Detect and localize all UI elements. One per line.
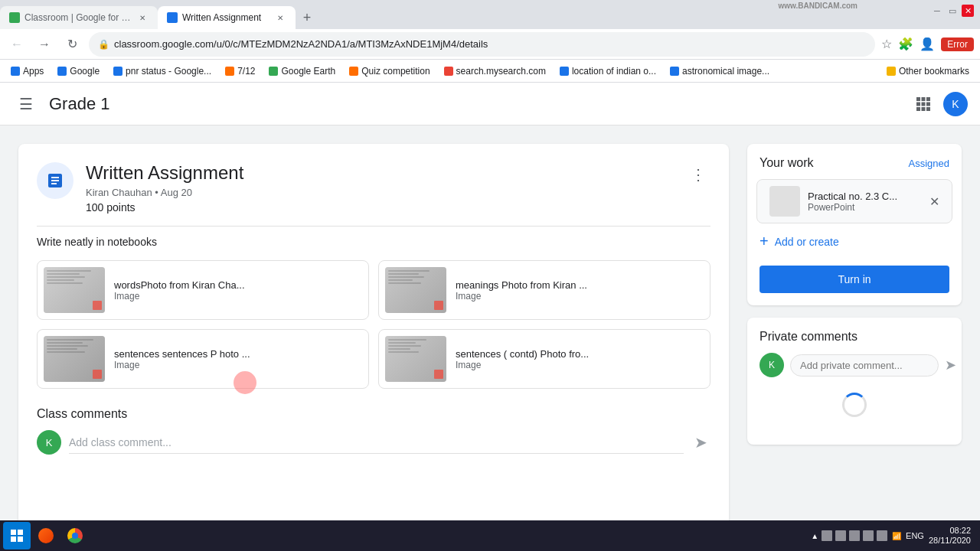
bookmark-google-label: Google bbox=[70, 66, 100, 77]
error-label: Error bbox=[947, 39, 968, 50]
work-attachment-close-button[interactable]: ✕ bbox=[929, 194, 939, 209]
bookmark-location[interactable]: location of indian o... bbox=[555, 64, 661, 78]
bookmark-other[interactable]: Other bookmarks bbox=[882, 64, 974, 78]
svg-rect-4 bbox=[922, 102, 926, 106]
svg-rect-5 bbox=[926, 102, 930, 106]
taskbar: ▲ 📶 ENG 08:22 28/11/2020 bbox=[0, 520, 980, 551]
assignment-icon bbox=[37, 162, 74, 199]
bookmark-pnr[interactable]: pnr status - Google... bbox=[109, 64, 216, 78]
bookmark-712-label: 7/12 bbox=[237, 66, 255, 77]
work-attachment-thumb bbox=[769, 186, 800, 217]
thumb-corner-icon-2 bbox=[93, 370, 102, 379]
bookmark-mysearch-label: search.mysearch.com bbox=[456, 66, 546, 77]
bookmark-mysearch[interactable]: search.mysearch.com bbox=[439, 64, 550, 78]
class-comment-send-button[interactable]: ➤ bbox=[691, 430, 710, 455]
tab-1-close[interactable]: ✕ bbox=[136, 11, 149, 24]
svg-rect-11 bbox=[11, 536, 16, 542]
your-work-panel: Your work Assigned Practical no. 2.3 C..… bbox=[747, 144, 962, 533]
firefox-taskbar-button[interactable] bbox=[32, 522, 60, 549]
private-comments-card: Private comments K ➤ bbox=[747, 318, 962, 445]
bookmark-quiz-label: Quiz competition bbox=[361, 66, 430, 77]
attachment-thumb-1 bbox=[385, 267, 446, 313]
private-comment-send-button[interactable]: ➤ bbox=[945, 357, 956, 373]
bookmark-earth-label: Google Earth bbox=[281, 66, 335, 77]
google-apps-icon[interactable] bbox=[910, 90, 937, 118]
thumb-corner-icon-1 bbox=[434, 301, 443, 310]
svg-rect-9 bbox=[11, 530, 16, 535]
taskbar-right: ▲ 📶 ENG 08:22 28/11/2020 bbox=[805, 526, 977, 546]
bookmark-google[interactable]: Google bbox=[53, 64, 104, 78]
profile-icon[interactable]: 👤 bbox=[920, 37, 935, 51]
tab-2-favicon bbox=[167, 12, 178, 23]
thumb-corner-icon bbox=[93, 301, 102, 310]
attachment-type-2: Image bbox=[114, 360, 250, 370]
bookmark-apps[interactable]: Apps bbox=[6, 64, 48, 78]
attachment-thumb-3 bbox=[385, 336, 446, 382]
private-commenter-avatar: K bbox=[760, 353, 784, 377]
turn-in-button[interactable]: Turn in bbox=[760, 266, 949, 293]
thumb-corner-icon-3 bbox=[434, 370, 443, 379]
attachment-card-2[interactable]: sentences sentences P hoto ... Image bbox=[37, 329, 369, 389]
start-button[interactable] bbox=[3, 522, 31, 549]
new-tab-button[interactable]: + bbox=[296, 6, 318, 29]
work-attachment-type: PowerPoint bbox=[808, 202, 922, 213]
bookmark-astro[interactable]: astronomical image... bbox=[665, 64, 774, 78]
attachment-name-3: sentences ( contd) Photo fro... bbox=[456, 348, 589, 360]
assignment-more-button[interactable]: ⋮ bbox=[686, 162, 710, 187]
your-work-title: Your work bbox=[760, 156, 814, 170]
svg-rect-6 bbox=[916, 107, 920, 111]
address-bar[interactable]: 🔒 classroom.google.com/u/0/c/MTEzMDM2NzA… bbox=[89, 32, 875, 57]
forward-button[interactable]: → bbox=[34, 34, 55, 55]
bookmark-apps-label: Apps bbox=[23, 66, 44, 77]
svg-rect-2 bbox=[926, 97, 930, 101]
work-attachment[interactable]: Practical no. 2.3 C... PowerPoint ✕ bbox=[756, 179, 952, 223]
assignment-title: Written Assignment bbox=[86, 162, 686, 184]
bookmark-quiz[interactable]: Quiz competition bbox=[345, 64, 434, 78]
bookmark-earth[interactable]: Google Earth bbox=[264, 64, 340, 78]
class-comment-input[interactable] bbox=[69, 432, 684, 454]
assignment-meta: Kiran Chauhan • Aug 20 bbox=[86, 187, 686, 198]
assignment-panel: Written Assignment Kiran Chauhan • Aug 2… bbox=[18, 144, 729, 533]
attachment-card-3[interactable]: sentences ( contd) Photo fro... Image bbox=[378, 329, 710, 389]
assignment-instructions: Write neatly in notebooks bbox=[37, 236, 710, 248]
attachment-name-2: sentences sentences P hoto ... bbox=[114, 348, 250, 360]
attachment-name-0: wordsPhoto from Kiran Cha... bbox=[114, 279, 245, 291]
bookmark-other-label: Other bookmarks bbox=[899, 66, 969, 77]
attachment-thumb-0 bbox=[44, 267, 105, 313]
bookmark-location-label: location of indian o... bbox=[572, 66, 656, 77]
bookmark-712[interactable]: 7/12 bbox=[220, 64, 260, 78]
extensions-icon[interactable]: 🧩 bbox=[898, 37, 913, 51]
back-button[interactable]: ← bbox=[6, 34, 28, 55]
divider bbox=[37, 226, 710, 227]
private-comment-input[interactable] bbox=[790, 354, 939, 377]
svg-rect-12 bbox=[18, 536, 23, 542]
bookmark-star-icon[interactable]: ☆ bbox=[881, 37, 892, 51]
attachment-grid: wordsPhoto from Kiran Cha... Image bbox=[37, 260, 710, 389]
commenter-avatar: K bbox=[37, 430, 61, 455]
svg-rect-1 bbox=[922, 97, 926, 101]
attachment-card-0[interactable]: wordsPhoto from Kiran Cha... Image bbox=[37, 260, 369, 320]
error-button[interactable]: Error bbox=[941, 37, 974, 51]
taskbar-date: 28/11/2020 bbox=[929, 536, 971, 546]
loading-spinner bbox=[760, 377, 949, 432]
tab-2-label: Written Assignment bbox=[182, 12, 261, 23]
comments-title: Class comments bbox=[37, 407, 710, 421]
browser-tab-2[interactable]: Written Assignment ✕ bbox=[158, 6, 296, 29]
hamburger-menu[interactable]: ☰ bbox=[12, 90, 40, 118]
add-or-create-button[interactable]: + Add or create bbox=[747, 223, 962, 259]
app-title: Grade 1 bbox=[49, 94, 910, 114]
refresh-button[interactable]: ↻ bbox=[61, 34, 83, 55]
tab-2-close[interactable]: ✕ bbox=[274, 11, 286, 24]
attachment-type-3: Image bbox=[456, 360, 589, 370]
taskbar-time: 08:22 bbox=[949, 526, 971, 536]
attachment-type-1: Image bbox=[456, 291, 587, 302]
user-avatar[interactable]: K bbox=[943, 92, 968, 116]
bookmark-astro-label: astronomical image... bbox=[682, 66, 769, 77]
svg-rect-10 bbox=[18, 530, 23, 535]
browser-tab-1[interactable]: Classroom | Google for Educatio... ✕ bbox=[0, 6, 158, 29]
svg-rect-7 bbox=[922, 107, 926, 111]
svg-rect-3 bbox=[916, 102, 920, 106]
attachment-card-1[interactable]: meanings Photo from Kiran ... Image bbox=[378, 260, 710, 320]
chrome-taskbar-button[interactable] bbox=[61, 522, 89, 549]
your-work-card: Your work Assigned Practical no. 2.3 C..… bbox=[747, 144, 962, 305]
